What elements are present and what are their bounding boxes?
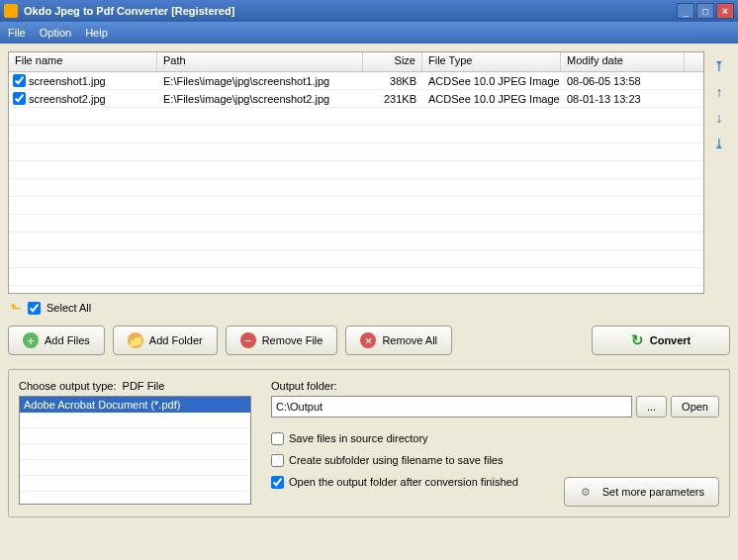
row-checkbox[interactable] [13,74,26,87]
save-source-checkbox[interactable] [271,432,284,445]
remove-file-button[interactable]: −Remove File [226,326,338,355]
row-filename: screenshot1.jpg [29,75,106,87]
row-path: E:\Files\image\jpg\screenshot1.jpg [157,74,363,88]
output-type-option[interactable]: Adobe Acrobat Document (*.pdf) [20,397,250,413]
output-folder-label: Output folder: [271,380,719,392]
move-down-icon[interactable]: ↓ [710,109,728,127]
close-button[interactable]: × [716,3,734,19]
table-row[interactable]: screenshot1.jpgE:\Files\image\jpg\screen… [9,72,703,90]
client-area: File name Path Size File Type Modify dat… [0,44,738,560]
menu-bar: File Option Help [0,22,738,44]
row-checkbox[interactable] [13,92,26,105]
title-bar: Okdo Jpeg to Pdf Converter [Registered] … [0,0,738,22]
col-header-type[interactable]: File Type [422,52,561,71]
maximize-button[interactable]: □ [696,3,714,19]
browse-button[interactable]: ... [636,396,667,418]
convert-icon: ↻ [631,331,644,349]
select-all-label: Select All [46,302,91,314]
window-title: Okdo Jpeg to Pdf Converter [Registered] [24,5,677,17]
move-top-icon[interactable]: ⤒ [710,57,728,75]
up-level-icon[interactable]: ⬑ [10,300,22,316]
open-after-label: Open the output folder after conversion … [289,476,518,488]
select-all-checkbox[interactable] [28,302,41,315]
app-logo-icon [4,4,18,18]
row-path: E:\Files\image\jpg\screenshot2.jpg [157,92,363,106]
set-more-parameters-button[interactable]: ⚙Set more parameters [564,477,719,507]
minimize-button[interactable]: _ [677,3,694,19]
gear-icon: ⚙ [579,485,593,499]
file-table: File name Path Size File Type Modify dat… [8,51,704,294]
move-up-icon[interactable]: ↑ [710,83,728,101]
minus-icon: − [240,332,256,348]
row-modified: 08-01-13 13:23 [561,92,685,106]
save-source-label: Save files in source directory [289,432,428,444]
output-type-label: Choose output type: PDF File [19,380,251,392]
open-after-checkbox[interactable] [271,476,284,489]
create-subfolder-label: Create subfolder using filename to save … [289,454,503,466]
col-header-mod[interactable]: Modify date [561,52,685,71]
row-size: 38KB [363,74,422,88]
move-bottom-icon[interactable]: ⤓ [710,135,728,152]
col-header-path[interactable]: Path [157,52,363,71]
add-folder-button[interactable]: 📁Add Folder [113,326,218,355]
plus-icon: + [23,332,39,348]
x-icon: × [360,332,376,348]
reorder-controls: ⤒ ↑ ↓ ⤓ [708,51,730,294]
row-type: ACDSee 10.0 JPEG Image [422,74,561,88]
row-type: ACDSee 10.0 JPEG Image [422,92,561,106]
create-subfolder-checkbox[interactable] [271,454,284,467]
settings-panel: Choose output type: PDF File Adobe Acrob… [8,369,730,517]
table-row[interactable]: screenshot2.jpgE:\Files\image\jpg\screen… [9,90,703,108]
row-filename: screenshot2.jpg [29,93,106,105]
menu-file[interactable]: File [8,27,26,39]
remove-all-button[interactable]: ×Remove All [345,326,452,355]
table-header: File name Path Size File Type Modify dat… [9,52,703,72]
folder-icon: 📁 [128,332,143,348]
col-header-size[interactable]: Size [363,52,422,71]
output-folder-input[interactable] [271,396,632,418]
row-modified: 08-06-05 13:58 [561,74,685,88]
menu-option[interactable]: Option [40,27,71,39]
open-folder-button[interactable]: Open [671,396,719,418]
row-size: 231KB [363,92,422,106]
menu-help[interactable]: Help [85,27,108,39]
convert-button[interactable]: ↻Convert [592,326,730,355]
add-files-button[interactable]: +Add Files [8,326,105,355]
output-type-list[interactable]: Adobe Acrobat Document (*.pdf) [19,396,251,505]
col-header-name[interactable]: File name [9,52,157,71]
